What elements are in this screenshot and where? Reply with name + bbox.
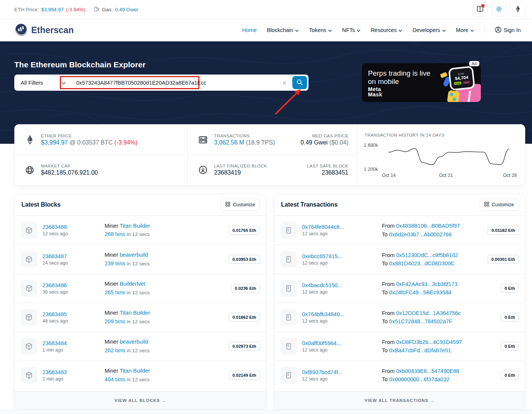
to-address-link[interactable]: 0x6d2e03b7...Ab0002766 bbox=[389, 231, 451, 237]
miner-link[interactable]: Titan Builder bbox=[120, 310, 150, 316]
cube-icon bbox=[21, 338, 37, 355]
tx-age: 12 secs ago bbox=[302, 376, 382, 382]
gas-label: Gas: bbox=[102, 7, 113, 12]
clear-x-icon[interactable]: × bbox=[282, 79, 287, 87]
to-prefix: To bbox=[382, 376, 388, 382]
tx-addresses-cell: From 0xb00439E6...547490E88 To 0x0000000… bbox=[382, 367, 501, 384]
block-row: 23683486 36 secs ago Miner BuilderNet 26… bbox=[15, 274, 266, 303]
chevron-down-icon bbox=[398, 27, 402, 33]
tx-hash-link[interactable]: 0x0aff00f5964... bbox=[302, 340, 382, 346]
nav-item-blockchain[interactable]: Blockchain bbox=[267, 27, 299, 33]
from-address-link[interactable]: 0xF42AAc93...3cb36f173 bbox=[396, 281, 458, 287]
block-number-link[interactable]: 23683488 bbox=[43, 224, 105, 230]
from-prefix: From bbox=[382, 223, 395, 229]
network-button[interactable] bbox=[510, 2, 525, 17]
block-number-link[interactable]: 23683484 bbox=[43, 340, 105, 346]
block-miner-cell: Miner Titan Builder 209 txns in 12 secs bbox=[105, 309, 229, 326]
customize-transactions-button[interactable]: Customize bbox=[479, 199, 519, 211]
block-age: 36 secs ago bbox=[43, 289, 105, 295]
nav-item-nfts[interactable]: NFTs bbox=[342, 27, 360, 33]
block-id-cell: 23683488 12 secs ago bbox=[43, 224, 105, 236]
eth-price-value[interactable]: $3,994.97 bbox=[41, 7, 64, 12]
miner-link[interactable]: beaverbuild bbox=[120, 252, 148, 258]
chart-ytick-top: 1 680k bbox=[364, 143, 378, 148]
stats-column-network: TRANSACTIONS 3,062.56 M (18.9 TPS) MED G… bbox=[187, 125, 357, 185]
miner-link[interactable]: Titan Builder bbox=[120, 368, 150, 374]
txns-link[interactable]: 209 txns bbox=[105, 318, 125, 324]
block-id-cell: 23683483 1 min ago bbox=[43, 369, 105, 382]
ether-price-content: ETHER PRICE $3,994.97 @ 0.03537 BTC (-3.… bbox=[41, 134, 137, 146]
nav-item-tokens[interactable]: Tokens bbox=[309, 27, 332, 33]
to-address-link[interactable]: 0x881D4023...dC08D300C bbox=[389, 260, 454, 266]
tx-hash-link[interactable]: 0xebcc657815... bbox=[302, 253, 382, 259]
theme-toggle-button[interactable] bbox=[491, 2, 506, 17]
miner-prefix: Miner bbox=[105, 310, 118, 316]
watchlist-button[interactable] bbox=[473, 2, 488, 17]
to-address-link[interactable]: 0x00000000...6f37da032 bbox=[389, 376, 449, 382]
search-icon bbox=[296, 79, 303, 87]
eth-price-ticker: ETH Price: $3,994.97 (-3.94%) bbox=[14, 7, 85, 12]
long-pill: Long bbox=[454, 81, 462, 85]
txns-link[interactable]: 262 txns bbox=[105, 347, 125, 353]
document-icon bbox=[280, 309, 297, 326]
block-row: 23683484 1 min ago Miner beaverbuild 262… bbox=[15, 332, 266, 361]
from-address-link[interactable]: 0x51230DdC...c8f5b8102 bbox=[396, 252, 458, 258]
last-finalized-value: 23683419 bbox=[214, 169, 267, 176]
ad-banner[interactable]: Ad Perps trading is live on mobile Meta … bbox=[362, 63, 481, 102]
gas-pump-icon bbox=[94, 6, 100, 13]
stat-label: ETHER PRICE bbox=[41, 134, 137, 138]
to-address-link[interactable]: 0xBa47cbFd...dDfa87e51 bbox=[389, 347, 451, 353]
customize-blocks-button[interactable]: Customize bbox=[220, 199, 260, 211]
block-age: 1 min ago bbox=[43, 376, 105, 382]
block-number-link[interactable]: 23683487 bbox=[43, 253, 105, 259]
nav-label: Tokens bbox=[309, 27, 326, 33]
block-number-link[interactable]: 23683485 bbox=[43, 311, 105, 317]
view-all-transactions-button[interactable]: VIEW ALL TRANSACTIONS → bbox=[274, 391, 525, 409]
gas-tracker: Gas: 0.49 Gwei bbox=[94, 6, 138, 13]
eth-price-label: ETH Price: bbox=[14, 7, 39, 12]
eth-price-change: (-3.94%) bbox=[66, 7, 85, 12]
block-reward-badge: 0.0236 Eth bbox=[231, 284, 260, 293]
tx-hash-link[interactable]: 0x764bfb34840... bbox=[302, 311, 382, 317]
from-address-link[interactable]: 0x12DDE15d...1A364756c bbox=[396, 310, 461, 316]
tx-hash-link[interactable]: 0x4bacdc5150... bbox=[302, 282, 382, 288]
from-address-link[interactable]: 0xD8FD3b2b...4C91D4597 bbox=[396, 339, 462, 345]
etherscan-logo[interactable]: Etherscan bbox=[14, 23, 74, 38]
view-all-blocks-button[interactable]: VIEW ALL BLOCKS → bbox=[15, 391, 266, 409]
stat-label: LAST FINALIZED BLOCK bbox=[214, 164, 267, 168]
chevron-down-icon bbox=[357, 27, 360, 33]
nav-item-more[interactable]: More bbox=[456, 27, 474, 33]
miner-link[interactable]: beaverbuild bbox=[120, 339, 148, 345]
miner-link[interactable]: Titan Builder bbox=[120, 223, 150, 229]
transactions-value[interactable]: 3,062.56 M bbox=[214, 139, 244, 146]
to-address-link[interactable]: 0x24fcFC49...5BEc93584 bbox=[389, 289, 451, 295]
search-button[interactable] bbox=[292, 76, 307, 89]
miner-link[interactable]: BuilderNet bbox=[120, 281, 145, 287]
txns-link[interactable]: 239 txns bbox=[105, 260, 125, 266]
latest-transactions-card: Latest Transactions Customize 0x764fe804… bbox=[274, 194, 525, 409]
to-address-link[interactable]: 0x51C72848...784502a7F bbox=[389, 318, 452, 324]
tx-hash-link[interactable]: 0x764fe8044c8... bbox=[302, 224, 382, 230]
from-address-link[interactable]: 0xb00439E6...547490E88 bbox=[396, 368, 459, 374]
from-address-link[interactable]: 0x4838B106...B0BAD5f97 bbox=[396, 223, 460, 229]
txns-link[interactable]: 268 txns bbox=[105, 231, 125, 237]
tx-hash-link[interactable]: 0xf8937bcd74f... bbox=[302, 369, 382, 375]
search-filter-dropdown[interactable]: All Filters bbox=[21, 80, 66, 86]
nav-item-resources[interactable]: Resources bbox=[371, 27, 402, 33]
ether-price-value[interactable]: $3,994.97 bbox=[41, 139, 68, 146]
transactions-content: TRANSACTIONS 3,062.56 M (18.9 TPS) bbox=[214, 134, 275, 146]
card-title: Latest Transactions bbox=[281, 201, 337, 208]
txns-link[interactable]: 404 txns bbox=[105, 376, 125, 382]
gas-value[interactable]: 0.49 Gwei bbox=[115, 7, 138, 12]
nav-item-home[interactable]: Home bbox=[242, 27, 257, 33]
sign-in-button[interactable]: Sign In bbox=[495, 26, 521, 34]
nav-item-developers[interactable]: Developers bbox=[412, 27, 445, 33]
txns-time: in 12 secs bbox=[127, 261, 150, 266]
txns-link[interactable]: 265 txns bbox=[105, 289, 125, 295]
block-number-link[interactable]: 23683486 bbox=[43, 282, 105, 288]
block-number-link[interactable]: 23683483 bbox=[43, 369, 105, 375]
ether-icon bbox=[22, 135, 37, 145]
transaction-history-chart: TRANSACTION HISTORY IN 14 DAYS 1 680k 1 … bbox=[357, 125, 525, 185]
search-input[interactable] bbox=[76, 80, 264, 86]
transaction-row: 0x764fe8044c8... 12 secs ago From 0x4838… bbox=[274, 216, 525, 245]
